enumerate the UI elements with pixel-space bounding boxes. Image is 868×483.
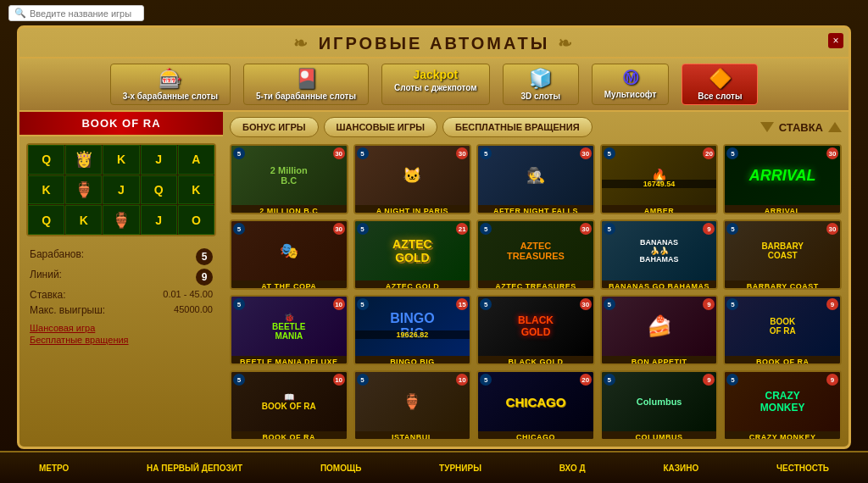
category-nav: 🎰 3-х барабанные слоты 🎴 5-ти барабанные… bbox=[19, 57, 849, 112]
filter-bar: БОНУС ИГРЫ ШАНСОВЫЕ ИГРЫ БЕСПЛАТНЫЕ ВРАЩ… bbox=[230, 117, 842, 137]
badge-stake-istanbul: 10 bbox=[456, 374, 468, 386]
reel-cell: A bbox=[178, 145, 214, 175]
game-card-bananas[interactable]: 5 9 BANANAS🍌🍌BAHAMAS BANANAS GO BAHAMAS bbox=[600, 219, 719, 290]
bottom-btn-deposit[interactable]: НА ПЕРВЫЙ ДЕПОЗИТ bbox=[138, 460, 251, 476]
jackpot-icon: Jackpot bbox=[413, 68, 458, 81]
badge-lines-atcopa: 5 bbox=[233, 223, 245, 235]
game-card-blackgold[interactable]: 5 30 BLACKGOLD BLACK GOLD bbox=[476, 295, 595, 365]
game-name-amber: AMBER bbox=[602, 205, 717, 214]
game-thumb-bookofra2: 5 10 📖BOOK OF RA bbox=[231, 372, 347, 431]
game-card-amber[interactable]: 5 20 🔥 16749.54 AMBER bbox=[600, 144, 719, 214]
reel-cell: 👸 bbox=[65, 145, 102, 175]
nav-multi[interactable]: Ⓜ Мультисофт bbox=[592, 64, 670, 105]
badge-stake-bananas: 9 bbox=[703, 223, 715, 235]
game-card-2million[interactable]: 5 30 2 MillionB.C 2 MILLION B.C bbox=[230, 144, 348, 214]
bottom-btn-help[interactable]: ПОМОЩЬ bbox=[312, 460, 370, 476]
multi-icon: Ⓜ bbox=[623, 68, 638, 88]
reel-cell: J bbox=[141, 145, 177, 175]
filter-freespins[interactable]: БЕСПЛАТНЫЕ ВРАЩЕНИЯ bbox=[442, 117, 593, 137]
game-name-barbary: BARBARY COAST bbox=[725, 280, 840, 290]
stavka-decrease[interactable] bbox=[760, 122, 774, 132]
filter-chance[interactable]: ШАНСОВЫЕ ИГРЫ bbox=[324, 117, 438, 137]
bottom-btn-login[interactable]: ВХО Д bbox=[551, 460, 594, 476]
bottom-btn-casino[interactable]: КАЗИНО bbox=[654, 460, 707, 476]
reel-cell: Q bbox=[141, 175, 177, 205]
nav-3d[interactable]: 🧊 3D слоты bbox=[503, 64, 579, 105]
free-spins-link[interactable]: Бесплатные вращения bbox=[30, 335, 213, 345]
chance-game-link[interactable]: Шансовая игра bbox=[30, 323, 213, 333]
game-card-aztecgold[interactable]: 5 21 AZTECGOLD AZTEC GOLD bbox=[353, 219, 472, 290]
game-card-istanbul[interactable]: 5 10 🏺 ISTANBUL bbox=[353, 370, 472, 441]
close-button[interactable]: × bbox=[828, 33, 843, 48]
maxwin-value: 45000.00 bbox=[174, 304, 213, 316]
game-info: Барабанов: 5 Линий: 9 Ставка: 0.01 - 45.… bbox=[19, 243, 223, 446]
game-thumb-bingo: 5 15 BINGOBIG 19626.82 bbox=[355, 297, 470, 356]
reel-cell: J bbox=[141, 205, 177, 235]
game-card-paris[interactable]: 5 30 🐱 A NIGHT IN PARIS bbox=[353, 144, 472, 214]
game-card-beetle[interactable]: 5 10 🐞BEETLEMANIA BEETLE MANIA DELUXE bbox=[230, 295, 348, 365]
game-card-bingo[interactable]: 5 15 BINGOBIG 19626.82 BINGO BIG bbox=[353, 295, 472, 365]
reel-cell: K bbox=[65, 205, 102, 235]
game-card-afnight[interactable]: 5 30 🕵️ AFTER NIGHT FALLS bbox=[476, 144, 595, 214]
badge-stake-arrival: 30 bbox=[826, 147, 838, 159]
game-card-aztectr[interactable]: 5 30 AZTECTREASURES AZTEC TREASURES bbox=[476, 219, 595, 290]
badge-lines-chicago: 5 bbox=[480, 374, 492, 386]
game-thumb-bananas: 5 9 BANANAS🍌🍌BAHAMAS bbox=[602, 221, 717, 280]
game-card-barbary[interactable]: 5 30 BARBARYCOAST BARBARY COAST bbox=[723, 219, 842, 290]
nav-5drums[interactable]: 🎴 5-ти барабанные слоты bbox=[243, 64, 369, 105]
game-thumb-barbary: 5 30 BARBARYCOAST bbox=[725, 221, 840, 280]
maxwin-label: Макс. выигрыш: bbox=[30, 304, 105, 316]
game-card-arrival[interactable]: 5 30 ARRIVAL ARRIVAL bbox=[723, 144, 842, 214]
right-area: БОНУС ИГРЫ ШАНСОВЫЕ ИГРЫ БЕСПЛАТНЫЕ ВРАЩ… bbox=[223, 112, 849, 446]
drums3-icon: 🎰 bbox=[159, 68, 181, 90]
nav-all-label: Все слоты bbox=[698, 92, 742, 101]
game-name-bananas: BANANAS GO BAHAMAS bbox=[602, 280, 717, 290]
stavka-increase[interactable] bbox=[828, 122, 842, 132]
game-name-atcopa: AT THE COPA bbox=[231, 280, 347, 290]
3d-icon: 🧊 bbox=[529, 68, 552, 90]
nav-all[interactable]: 🔶 Все слоты bbox=[682, 64, 758, 105]
game-thumb-amber: 5 20 🔥 16749.54 bbox=[602, 146, 717, 205]
reel-cell: J bbox=[103, 175, 139, 205]
stake-row: Ставка: 0.01 - 45.00 bbox=[30, 289, 213, 301]
search-input[interactable] bbox=[30, 8, 138, 19]
badge-stake-crazy: 9 bbox=[826, 374, 838, 386]
badge-lines-bookofra2: 5 bbox=[233, 374, 245, 386]
filter-bonus[interactable]: БОНУС ИГРЫ bbox=[230, 117, 319, 137]
game-card-bookofra2[interactable]: 5 10 📖BOOK OF RA BOOK OF RA bbox=[230, 370, 348, 441]
game-name-arrival: ARRIVAL bbox=[725, 205, 840, 214]
bottom-bar: МЕТРО НА ПЕРВЫЙ ДЕПОЗИТ ПОМОЩЬ ТУРНИРЫ В… bbox=[0, 451, 868, 483]
badge-lines-bonappetit: 5 bbox=[604, 298, 615, 310]
game-name-chicago: CHICAGO bbox=[478, 431, 593, 441]
bottom-btn-metro[interactable]: МЕТРО bbox=[31, 460, 77, 476]
badge-lines-paris: 5 bbox=[357, 147, 369, 159]
game-name-columbus: COLUMBUS bbox=[602, 431, 717, 441]
game-card-crazy[interactable]: 5 9 CRAZYMONKEY CRAZY MONKEY bbox=[723, 370, 842, 441]
badge-lines-blackgold: 5 bbox=[480, 298, 492, 310]
badge-stake-barbary: 30 bbox=[826, 223, 838, 235]
drums-label: Барабанов: bbox=[30, 248, 84, 265]
badge-lines-2million: 5 bbox=[233, 147, 245, 159]
game-card-bookofra[interactable]: 5 9 BOOKOF RA BOOK OF RA bbox=[723, 295, 842, 365]
game-thumb-istanbul: 5 10 🏺 bbox=[355, 372, 470, 431]
search-bar[interactable]: 🔍 bbox=[8, 5, 144, 21]
game-card-columbus[interactable]: 5 9 Columbus COLUMBUS bbox=[600, 370, 719, 441]
bottom-btn-tournaments[interactable]: ТУРНИРЫ bbox=[431, 460, 490, 476]
game-card-atcopa[interactable]: 5 30 🎭 AT THE COPA bbox=[230, 219, 348, 290]
drums-value: 5 bbox=[196, 248, 213, 265]
reel-cell: Q bbox=[28, 205, 64, 235]
badge-stake-2million: 30 bbox=[333, 147, 345, 159]
nav-jackpot-label: Слоты с джекпотом bbox=[394, 83, 477, 92]
game-thumb-paris: 5 30 🐱 bbox=[355, 146, 470, 205]
badge-lines-afnight: 5 bbox=[480, 147, 492, 159]
game-name-afnight: AFTER NIGHT FALLS bbox=[478, 205, 593, 214]
game-name-2million: 2 MILLION B.C bbox=[231, 205, 347, 214]
badge-stake-columbus: 9 bbox=[703, 374, 715, 386]
game-thumb-arrival: 5 30 ARRIVAL bbox=[725, 146, 840, 205]
game-card-bonappetit[interactable]: 5 9 🍰 BON APPETIT bbox=[600, 295, 719, 365]
game-card-chicago[interactable]: 5 20 CHICAGO CHICAGO bbox=[476, 370, 595, 441]
badge-lines-beetle: 5 bbox=[233, 298, 245, 310]
nav-3drums[interactable]: 🎰 3-х барабанные слоты bbox=[110, 64, 231, 105]
bottom-btn-honesty[interactable]: ЧЕСТНОСТЬ bbox=[768, 460, 837, 476]
nav-jackpot[interactable]: Jackpot Слоты с джекпотом bbox=[381, 64, 490, 105]
